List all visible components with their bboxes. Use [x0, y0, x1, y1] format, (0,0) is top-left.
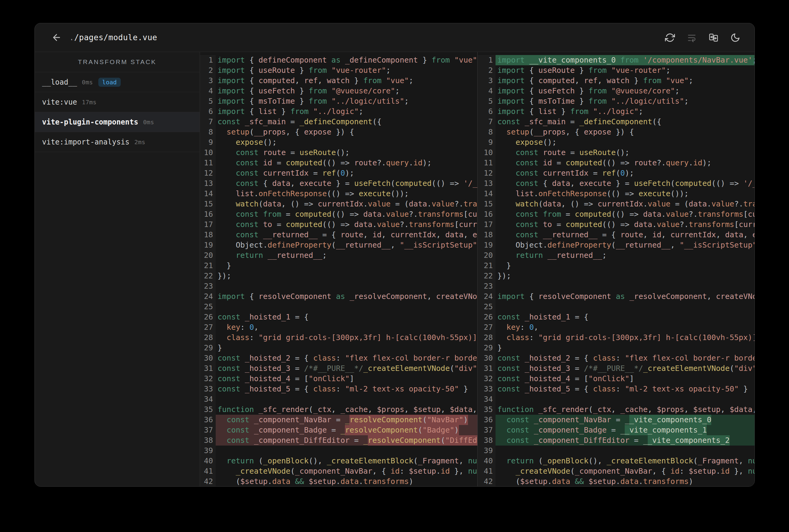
- code-line-after-24: 24import { resolveComponent as _resolveC…: [478, 291, 755, 302]
- code-content: const _sfc_main = _defineComponent({: [496, 117, 755, 127]
- code-line-before-7: 7const _sfc_main = _defineComponent({: [200, 117, 477, 127]
- code-content: expose();: [496, 137, 755, 148]
- code-line-after-9: 9 expose();: [478, 137, 755, 148]
- code-line-before-16: 16 const from = computed(() => data.valu…: [200, 209, 477, 220]
- code-content: import { defineComponent as _defineCompo…: [216, 55, 477, 65]
- line-number: 5: [478, 96, 496, 107]
- code-content: const _hoisted_3 = /*#__PURE__*/_createE…: [496, 363, 755, 374]
- code-line-after-34: 34: [478, 394, 755, 404]
- code-content: }: [496, 343, 755, 353]
- line-number: 30: [478, 353, 496, 363]
- code-text: key: 0,: [497, 323, 538, 331]
- line-number: 37: [478, 425, 496, 435]
- code-text: import { computed, ref, watch } from "vu…: [218, 76, 413, 85]
- line-number: 34: [200, 394, 216, 404]
- code-content: const _component_DiffEditor = __vite_com…: [496, 435, 755, 445]
- line-number: 36: [478, 415, 496, 425]
- line-number: 26: [200, 312, 216, 322]
- code-text: const _sfc_main = _defineComponent({: [218, 117, 382, 126]
- line-wrap-icon[interactable]: [686, 32, 697, 43]
- sidebar-header: TRANSFORM STACK: [35, 52, 200, 72]
- line-number: 42: [478, 476, 496, 486]
- line-number: 3: [478, 76, 496, 86]
- line-number: 7: [478, 117, 496, 127]
- sidebar-item-vite-vue[interactable]: vite:vue17ms: [35, 92, 200, 112]
- back-button[interactable]: [51, 32, 62, 43]
- code-text: import { msToTime } from "../logic/utils…: [218, 97, 409, 106]
- toolbar-icons: [665, 32, 740, 43]
- line-number: 11: [478, 158, 496, 168]
- code-line-before-22: 22});: [200, 271, 477, 281]
- code-text: expose();: [497, 138, 557, 147]
- code-content: const _hoisted_1 = {: [496, 312, 755, 322]
- line-number: 35: [200, 404, 216, 415]
- line-number: 32: [200, 374, 216, 384]
- code-line-before-3: 3import { computed, ref, watch } from "v…: [200, 76, 477, 86]
- side-by-side-diff-icon[interactable]: [708, 32, 718, 43]
- code-text: import { resolveComponent as _resolveCom…: [497, 292, 755, 301]
- code-lines-before: 1import { defineComponent as _defineComp…: [200, 52, 477, 486]
- code-content: const _component_NavBar = _resolveCompon…: [216, 415, 477, 425]
- code-line-before-38: 38 const _component_DiffEditor = _resolv…: [200, 435, 477, 445]
- code-content: [496, 394, 755, 404]
- code-content: const __returned__ = { route, id, curren…: [496, 230, 755, 240]
- code-text: const currentIdx = ref(0);: [497, 169, 634, 177]
- diff-panel-after[interactable]: 1import __vite_components_0 from '/compo…: [478, 52, 755, 486]
- code-text: }: [497, 343, 502, 352]
- line-number: 20: [200, 250, 216, 261]
- code-line-before-10: 10 const route = useRoute();: [200, 148, 477, 158]
- line-number: 8: [200, 127, 216, 137]
- code-line-before-39: 39: [200, 445, 477, 456]
- code-line-after-25: 25: [478, 302, 755, 312]
- code-line-before-35: 35function _sfc_render(_ctx, _cache, $pr…: [200, 404, 477, 415]
- code-content: function _sfc_render(_ctx, _cache, $prop…: [496, 404, 755, 415]
- code-text: const { data, execute } = useFetch(compu…: [218, 179, 477, 188]
- code-content: ($setup.data && $setup.data.transforms): [496, 476, 755, 486]
- code-line-after-18: 18 const __returned__ = { route, id, cur…: [478, 230, 755, 240]
- code-line-after-23: 23: [478, 281, 755, 291]
- code-line-before-37: 37 const _component_Badge = _resolveComp…: [200, 425, 477, 435]
- code-text: list.onFetchResponse(() => execute());: [497, 189, 689, 198]
- code-content: const to = computed(() => data.value?.tr…: [496, 220, 755, 230]
- diff-panel-before[interactable]: 1import { defineComponent as _defineComp…: [200, 52, 478, 486]
- line-number: 38: [478, 435, 496, 445]
- code-line-after-29: 29}: [478, 343, 755, 353]
- code-line-before-33: 33const _hoisted_5 = { class: "ml-2 text…: [200, 384, 477, 394]
- code-text: Object.defineProperty(__returned__, "__i…: [497, 241, 755, 249]
- line-number: 23: [478, 281, 496, 291]
- code-text: list.onFetchResponse(() => execute());: [218, 189, 409, 198]
- code-content: const __returned__ = { route, id, curren…: [216, 230, 477, 240]
- line-number: 7: [200, 117, 216, 127]
- code-text: _createVNode(_component_NavBar, { id: $s…: [497, 467, 755, 475]
- code-content: import { useRoute } from "vue-router";: [216, 65, 477, 76]
- code-text: const _hoisted_5 = { class: "ml-2 text-x…: [218, 384, 468, 393]
- sidebar-item-vite-import-analysis[interactable]: vite:import-analysis2ms: [35, 132, 200, 152]
- code-text: import { computed, ref, watch } from "vu…: [497, 76, 693, 85]
- code-line-after-16: 16 const from = computed(() => data.valu…: [478, 209, 755, 220]
- code-line-after-8: 8 setup(__props, { expose }) {: [478, 127, 755, 137]
- code-line-after-3: 3import { computed, ref, watch } from "v…: [478, 76, 755, 86]
- code-content: }: [216, 343, 477, 353]
- line-number: 37: [200, 425, 216, 435]
- line-number: 41: [478, 466, 496, 476]
- line-number: 17: [200, 220, 216, 230]
- dark-mode-moon-icon[interactable]: [730, 32, 740, 43]
- code-line-after-38: 38 const _component_DiffEditor = __vite_…: [478, 435, 755, 445]
- line-number: 9: [478, 137, 496, 148]
- code-content: const _component_NavBar = __vite_compone…: [496, 415, 755, 425]
- line-number: 41: [200, 466, 216, 476]
- sidebar-item-vite-plugin-components[interactable]: vite-plugin-components0ms: [35, 112, 200, 132]
- code-line-after-22: 22});: [478, 271, 755, 281]
- line-number: 38: [200, 435, 216, 445]
- code-content: list.onFetchResponse(() => execute());: [496, 189, 755, 199]
- code-line-before-34: 34: [200, 394, 477, 404]
- code-text: const id = computed(() => route?.query.i…: [218, 158, 432, 167]
- sidebar-item--load-[interactable]: __load__0msload: [35, 72, 200, 92]
- code-line-after-37: 37 const _component_Badge = __vite_compo…: [478, 425, 755, 435]
- line-number: 12: [200, 168, 216, 178]
- module-path-title: ./pages/module.vue: [69, 33, 157, 42]
- refresh-icon[interactable]: [665, 32, 675, 43]
- code-text: import __vite_components_0 from '/compon…: [497, 56, 755, 64]
- code-line-before-32: 32const _hoisted_4 = ["onClick"]: [200, 374, 477, 384]
- code-line-before-13: 13 const { data, execute } = useFetch(co…: [200, 178, 477, 189]
